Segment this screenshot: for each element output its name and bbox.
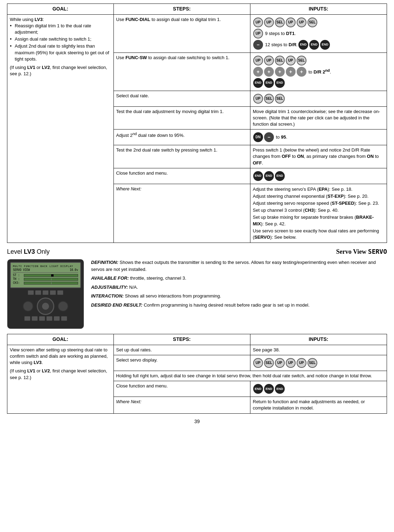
step-text: 12 steps to D/R. — [265, 42, 298, 48]
end-button: END — [253, 384, 263, 394]
level-label: Level LV3 Only — [7, 248, 50, 255]
device-button — [28, 290, 34, 295]
screen-title: SERVO VIEW 10.0v — [13, 268, 78, 273]
device-buttons-row-1 — [28, 290, 63, 295]
inputs-line: UP 9 steps to DT1. — [253, 28, 384, 39]
device-image: MULTI FUNCTION BACK LIGHT DISPLAY SERVO … — [7, 259, 84, 329]
sel-button: SEL — [264, 94, 274, 104]
table-row: View screen after setting up steering du… — [7, 345, 387, 355]
device-button — [24, 316, 30, 321]
where-next-content: Adjust the steering servo's EPA (EPA): S… — [250, 184, 387, 243]
inputs-line: END END END — [253, 171, 384, 181]
goal-intro: While using LV3: — [10, 17, 44, 22]
inputs-line: UP UP SEL UP SEL — [253, 55, 384, 66]
inputs-cell: END END END — [250, 168, 387, 184]
plus-button: + — [275, 67, 285, 77]
end-button: END — [264, 384, 274, 394]
step-cell-wide: Holding full right turn, adjust dial to … — [113, 371, 387, 381]
definitions-section: DEFINITION: Shows the exact outputs the … — [91, 259, 387, 329]
up-button: UP — [253, 29, 263, 38]
end-button: END — [275, 78, 285, 88]
device-button — [32, 316, 38, 321]
end-button: END — [320, 40, 330, 50]
end-button: END — [253, 78, 263, 88]
list-item: Adjust steering channel exponential (ST-… — [253, 193, 384, 200]
step-cell: Close function and menu. — [113, 381, 250, 397]
list-item: Use servo screen to see exactly how dual… — [253, 227, 384, 241]
list-item: Set up channel 3 control (CH3): See p. 4… — [253, 207, 384, 214]
level-heading: Level LV3 Only Servo View SERVO — [7, 248, 387, 255]
inputs-line: DN − to 95. — [253, 132, 384, 142]
where-next-content-2: Return to function and make adjustments … — [250, 397, 387, 413]
up-button: UP — [253, 18, 263, 27]
screen-menu: MULTI FUNCTION BACK LIGHT DISPLAY — [13, 265, 78, 268]
step-text: to D/R 2nd. — [309, 68, 331, 76]
inputs-line: END END END — [253, 78, 384, 88]
col-header-steps-2: STEPS: — [113, 334, 250, 345]
plus-button: + — [297, 67, 306, 77]
inputs-line: UP SEL UP UP UP SEL — [253, 358, 384, 368]
device-button — [61, 316, 67, 321]
device-dial-right — [58, 301, 68, 312]
servo-center — [51, 282, 51, 284]
inputs-line: END END END — [253, 384, 384, 394]
col-header-steps-1: STEPS: — [113, 4, 250, 15]
def-desired-end: DESIRED END RESULT: Confirm programming … — [91, 302, 387, 309]
servo-bar-ch3 — [24, 282, 78, 285]
sel-button: SEL — [275, 18, 285, 27]
sel-button: SEL — [275, 94, 285, 104]
list-item: Set up brake mixing for separate front/r… — [253, 214, 384, 227]
inputs-cell: Press switch 1 (below the wheel) and not… — [250, 145, 387, 168]
sel-button: SEL — [264, 358, 274, 368]
device-section: MULTI FUNCTION BACK LIGHT DISPLAY SERVO … — [7, 259, 387, 329]
list-item: Adjust the steering servo's EPA (EPA): S… — [253, 186, 384, 193]
device-button — [35, 290, 41, 295]
inputs-line: − 12 steps to D/R. END END END — [253, 40, 384, 50]
list-item: Reassign digital trim 1 to the dual rate… — [10, 23, 111, 35]
device-controls — [10, 290, 81, 321]
up-button: UP — [286, 56, 296, 65]
up-button: UP — [297, 358, 306, 368]
sel-button: SEL — [307, 18, 317, 27]
sel-button: SEL — [297, 56, 306, 65]
col-header-inputs-2: INPUTS: — [250, 334, 387, 345]
step-text: to 95. — [276, 134, 288, 140]
end-button: END — [298, 40, 308, 50]
main-table-2: GOAL: STEPS: INPUTS: View screen after s… — [7, 334, 387, 413]
def-interaction: INTERACTION: Shows all servo interaction… — [91, 293, 387, 300]
servo-label-st: ST : — [13, 274, 23, 277]
up-button: UP — [286, 18, 296, 27]
end-button: END — [275, 384, 285, 394]
step-cell: Set up dual rates. — [113, 345, 250, 355]
goal-note-2: (If using LV1 or LV2, first change level… — [10, 368, 111, 380]
device-button — [46, 316, 53, 321]
step-text: 9 steps to DT1. — [265, 30, 296, 37]
screen-voltage: 10.0v — [70, 268, 78, 272]
step-cell: Adjust 2nd dual rate down to 95%. — [113, 130, 250, 145]
up-button: UP — [286, 358, 296, 368]
step-cell: Test the dual rate adjustment by moving … — [113, 106, 250, 130]
plus-button: + — [264, 67, 274, 77]
servo-label-th: TH : — [13, 278, 23, 281]
inputs-cell: UP UP SEL UP SEL + + + + + to D/R 2nd. E… — [250, 52, 387, 91]
table-row: While using LV3: Reassign digital trim 1… — [7, 14, 387, 52]
step-cell: Use FUNC-SW to assign dual rate switchin… — [113, 52, 250, 91]
inputs-line: + + + + + to D/R 2nd. — [253, 66, 384, 77]
goal-bullet-list: Reassign digital trim 1 to the dual rate… — [10, 23, 111, 62]
device-button — [39, 316, 45, 321]
device-button — [50, 290, 56, 295]
col-header-inputs-1: INPUTS: — [250, 4, 387, 15]
inputs-line: UP UP SEL UP UP SEL — [253, 17, 384, 28]
def-definition: DEFINITION: Shows the exact outputs the … — [91, 259, 387, 273]
device-screen: MULTI FUNCTION BACK LIGHT DISPLAY SERVO … — [10, 262, 81, 288]
end-button: END — [264, 171, 274, 181]
sel-button: SEL — [307, 358, 317, 368]
dn-button: DN — [253, 132, 263, 142]
list-item: Adjust 2nd dual rate to slightly less th… — [10, 43, 111, 62]
up-button: UP — [253, 358, 263, 368]
device-button — [54, 316, 60, 321]
sel-button: SEL — [275, 56, 285, 65]
device-buttons-row-2 — [24, 316, 67, 321]
list-item: Assign dual rate switching to switch 1; — [10, 36, 111, 42]
step-cell: Test the 2nd dual rate switch by pressin… — [113, 145, 250, 168]
